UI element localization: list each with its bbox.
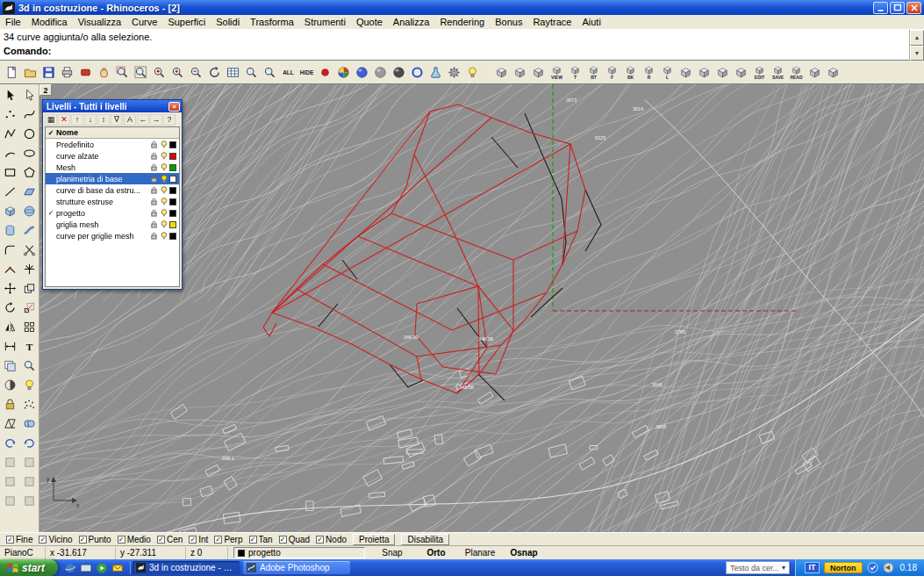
quicklaunch-mail-icon[interactable] [111,562,124,574]
toolbar-shaded-viewport[interactable] [353,62,371,83]
layers-tool-move-up[interactable]: ↑ [71,114,83,126]
maximize-button[interactable] [890,2,905,14]
toolbar-view-edit[interactable]: EDIT [750,62,769,83]
layer-row-progetto[interactable]: ✓progetto [46,207,179,219]
osnap-checkbox-quad[interactable]: ✓ [279,536,287,544]
tool-rect-8[interactable] [0,162,19,182]
layers-panel-close-icon[interactable]: × [168,102,180,112]
tool-array-25[interactable] [19,317,39,336]
toolbar-view-read[interactable]: READ [787,62,806,83]
toolbar-zoom-target[interactable] [261,62,279,83]
menu-aiuti[interactable]: Aiuti [577,16,605,28]
layer-color-swatch[interactable] [169,141,176,148]
toolbar-zoom-dynamic[interactable] [242,62,261,83]
layer-color-swatch[interactable] [169,164,176,171]
osnap-nodo[interactable]: ✓Nodo [316,535,347,544]
menu-solidi[interactable]: Solidi [211,16,245,28]
tool-layer-28[interactable] [0,356,19,375]
toolbar-view-right[interactable] [529,62,548,83]
tool-lamp-31[interactable] [19,375,39,394]
tool-misc-42[interactable] [0,491,19,510]
tool-pipe-15[interactable] [19,220,39,240]
toolbar-print[interactable] [58,62,76,83]
layers-tool-new-layer[interactable]: ▦ [45,114,57,126]
layer-bulb-icon[interactable] [159,209,168,217]
osnap-checkbox-vicino[interactable]: ✓ [39,536,47,544]
search-dropdown-icon[interactable]: ▾ [782,564,785,572]
tool-explode-19[interactable] [19,259,39,278]
menu-bonus[interactable]: Bonus [490,16,527,28]
layer-bulb-icon[interactable] [159,198,168,205]
toolbar-zoom-in[interactable] [168,62,187,83]
toggle-snap[interactable]: Snap [370,548,414,558]
toolbar-zoom-out[interactable] [187,62,205,83]
layer-color-swatch[interactable] [169,210,176,217]
tool-arrow-0[interactable] [0,85,19,104]
toolbar-view-rotate[interactable] [732,62,750,83]
layers-tool-expand[interactable]: → [150,114,162,126]
toolbar-rotate-view[interactable] [205,62,224,83]
tool-sph3-13[interactable] [19,201,39,220]
toolbar-view-bk[interactable]: BK [621,62,640,83]
toggle-planare[interactable]: Planare [458,548,502,558]
toolbar-view-front[interactable] [511,62,529,83]
tool-dim-26[interactable] [0,336,19,356]
minimize-button[interactable] [873,2,888,14]
layer-row-curve-di-base-da-estru[interactable]: curve di base da estru... [46,184,179,196]
viewport-tab[interactable]: 2 [39,84,52,96]
tool-lockk-32[interactable] [0,394,19,414]
task-adobe-photoshop[interactable]: Adobe Photoshop [243,561,350,574]
menu-modifica[interactable]: Modifica [26,16,73,28]
toolbar-view-bt[interactable]: BT [584,62,603,83]
tool-text-27[interactable]: T [19,336,39,356]
quicklaunch-ie-icon[interactable] [64,562,76,574]
tool-polygon-9[interactable] [19,162,39,182]
toolbar-view-named[interactable]: VIEW [548,62,566,83]
toggle-osnap[interactable]: Osnap [502,548,546,558]
tool-arrowd-1[interactable] [19,85,39,104]
osnap-checkbox-int[interactable]: ✓ [189,536,197,544]
osnap-perp[interactable]: ✓Perp [214,535,242,544]
toolbar-lights[interactable] [463,62,482,83]
menu-raytrace[interactable]: Raytrace [527,16,577,28]
toolbar-xray-viewport[interactable] [390,62,408,83]
layer-bulb-icon[interactable] [159,175,168,183]
command-prompt[interactable]: Comando: [0,44,924,58]
layer-row-griglia-mesh[interactable]: griglia mesh [46,219,179,230]
layer-row-curve-alzate[interactable]: curve alzate [46,150,179,162]
toolbar-render-options[interactable] [426,62,445,83]
toolbar-view-top[interactable] [492,62,511,83]
osnap-checkbox-medio[interactable]: ✓ [118,536,125,544]
tray-volume-icon[interactable] [883,562,894,573]
layer-row-mesh[interactable]: Mesh [46,162,179,173]
osnap-button-proietta[interactable]: Proietta [353,534,395,545]
current-layer-pane[interactable]: progetto [233,547,365,558]
osnap-cen[interactable]: ✓Cen [157,535,183,544]
layer-bulb-icon[interactable] [159,152,168,160]
osnap-int[interactable]: ✓Int [189,535,208,544]
menu-curve[interactable]: Curve [126,16,162,28]
command-scroll-up-icon[interactable]: ▲ [910,30,924,46]
start-button[interactable]: start [0,559,58,576]
menu-visualizza[interactable]: Visualizza [73,16,126,28]
layer-bulb-icon[interactable] [159,140,168,148]
command-scroll-down-icon[interactable]: ▼ [910,46,924,61]
layer-row-curve-per-griglie-mesh[interactable]: curve per griglie mesh [46,230,179,241]
menu-superfici[interactable]: Superfici [162,16,211,28]
osnap-medio[interactable]: ✓Medio [118,535,151,544]
quicklaunch-desktop-icon[interactable] [80,562,92,574]
toolbar-new-file[interactable] [3,62,21,83]
toolbar-wireframe-viewport[interactable] [408,62,426,83]
osnap-tan[interactable]: ✓Tan [249,535,273,544]
layers-tool-help[interactable]: ? [163,114,175,126]
close-button[interactable] [906,2,921,14]
menu-trasforma[interactable]: Trasforma [245,16,299,28]
tool-srf-11[interactable] [19,182,39,201]
toggle-orto[interactable]: Orto [414,548,458,558]
layer-color-swatch[interactable] [169,176,176,183]
tool-misc-38[interactable] [0,452,19,472]
toolbar-save-file[interactable] [39,62,58,83]
viewport[interactable]: 367392253616349.09343.58348.383646378536… [39,84,924,532]
layer-color-swatch[interactable] [169,221,176,228]
osnap-button-disabilita[interactable]: Disabilita [401,534,449,545]
